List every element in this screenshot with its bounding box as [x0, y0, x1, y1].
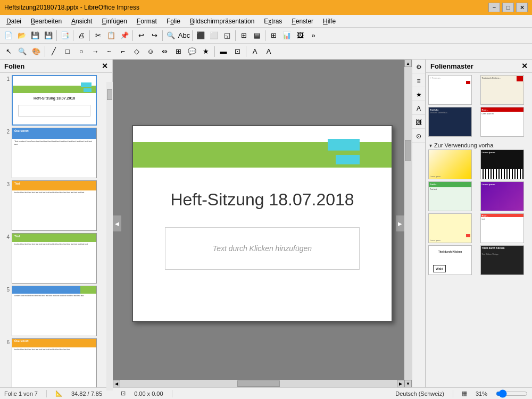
find-tool[interactable]: ⊙	[412, 130, 425, 143]
folienmaster-close[interactable]: ✕	[521, 62, 528, 70]
gallery-tool[interactable]: ★	[412, 88, 425, 101]
menu-datei[interactable]: Datei	[2, 16, 26, 26]
slides-list[interactable]: 1 Heft-Sitzung 18.07.2018 2 Überschrift …	[0, 73, 112, 387]
master-thumb-7[interactable]: Titelb... Text text	[428, 181, 472, 211]
maximize-button[interactable]: □	[502, 3, 514, 12]
master-thumb-8[interactable]: Lorem ipsum	[480, 181, 524, 211]
slide-item-3[interactable]: 3 Titel text text text text text text te…	[2, 180, 110, 231]
spellcheck2-button[interactable]: Abc	[178, 29, 190, 42]
hscroll-right[interactable]: ▶	[397, 380, 404, 387]
text-tool[interactable]: A	[248, 45, 261, 58]
find-button[interactable]: 🔍	[164, 29, 177, 42]
slide-thumb-5[interactable]: content text text text text text text te…	[12, 286, 97, 336]
menu-ansicht[interactable]: Ansicht	[67, 16, 96, 26]
rect-tool[interactable]: □	[61, 45, 74, 58]
canvas-area[interactable]: ▲ ▼ ◀ ▶ ◀ ▶ Heft-Sitz	[113, 60, 412, 387]
slide-item-6[interactable]: 6 Überschrift text text text text text t…	[2, 338, 110, 387]
master-thumb-5[interactable]: Lorem ipsum	[428, 149, 472, 179]
block-arrows-tool[interactable]: ⇔	[158, 45, 171, 58]
slide-item-4[interactable]: 4 Titel text text text text text text te…	[2, 233, 110, 284]
undo-button[interactable]: ↩	[135, 29, 147, 42]
menu-folie[interactable]: Folie	[162, 16, 185, 26]
minimize-button[interactable]: −	[488, 3, 500, 12]
master-thumb-10[interactable]: Repr... text	[480, 213, 524, 243]
hscroll-left[interactable]: ◀	[113, 380, 120, 387]
line-tool[interactable]: ╱	[47, 45, 60, 58]
master-thumb-2[interactable]: Text durch Klicken...	[480, 75, 524, 105]
insert-image-button[interactable]: 🖼	[294, 29, 306, 42]
print-button[interactable]: 🖨	[75, 29, 88, 42]
navigator-tool[interactable]: A	[412, 102, 425, 115]
properties-tool[interactable]: ⚙	[412, 61, 425, 73]
tb-btn-11[interactable]: ▤	[251, 29, 263, 42]
menu-format[interactable]: Format	[132, 16, 161, 26]
masters-list[interactable]: ✏ Form at... Text durch Klicken... Titel…	[426, 73, 532, 387]
slide-thumb-1[interactable]: Heft-Sitzung 18.07.2018	[12, 75, 97, 126]
ellipse-tool[interactable]: ○	[75, 45, 88, 58]
vscroll-down[interactable]: ▼	[404, 380, 412, 387]
slide-item-5[interactable]: 5 content text text text text text text …	[2, 286, 110, 336]
slide-thumb-3[interactable]: Titel text text text text text text text…	[12, 180, 97, 231]
tb-arrange[interactable]: ⊡	[231, 45, 244, 58]
hscroll-thumb[interactable]	[237, 380, 280, 387]
flowchart-tool[interactable]: ⊞	[172, 45, 185, 58]
tb-btn-9[interactable]: ◱	[221, 29, 234, 42]
master-thumb-14[interactable]: Titelb durch Klicken Text Klicken Vorlag…	[480, 245, 524, 275]
copy-button[interactable]: 📋	[105, 29, 118, 42]
select-tool[interactable]: ↖	[2, 45, 15, 58]
window-controls[interactable]: − □ ✕	[488, 3, 528, 12]
new-button[interactable]: 📄	[2, 29, 15, 42]
left-nav-arrow[interactable]: ◀	[113, 215, 121, 231]
arrow-tool[interactable]: →	[89, 45, 102, 58]
slide-item-1[interactable]: 1 Heft-Sitzung 18.07.2018	[2, 75, 110, 126]
menu-bildschirm[interactable]: Bildschirmpräsentation	[186, 16, 259, 26]
close-button[interactable]: ✕	[516, 3, 528, 12]
fill-color-tool[interactable]: 🎨	[30, 45, 43, 58]
zoom-slider[interactable]	[496, 390, 528, 397]
tb-btn-8[interactable]: ⬜	[207, 29, 220, 42]
paste-button[interactable]: 📌	[118, 29, 131, 42]
curve-tool[interactable]: ~	[103, 45, 115, 58]
tb-btn-10[interactable]: ⊞	[237, 29, 250, 42]
vscroll-thumb[interactable]	[405, 140, 411, 161]
fontwork-tool[interactable]: A	[262, 45, 275, 58]
save-as-button[interactable]: 💾	[42, 29, 55, 42]
insert-chart-button[interactable]: 📊	[280, 29, 293, 42]
tb-more-button[interactable]: »	[307, 29, 320, 42]
fill-style-tool[interactable]: ▬	[217, 45, 230, 58]
slide-canvas[interactable]: Heft-Sitzung 18.07.2018 Text durch Klick…	[132, 125, 393, 322]
menu-hilfe[interactable]: Hilfe	[319, 16, 340, 26]
master-thumb-6[interactable]: Lorem Ipsum	[480, 149, 524, 179]
menu-extras[interactable]: Extras	[260, 16, 286, 26]
basic-shapes-tool[interactable]: ◇	[130, 45, 143, 58]
menu-einfuegen[interactable]: Einfügen	[97, 16, 131, 26]
vscroll-up[interactable]: ▲	[404, 60, 412, 67]
spell-check-button[interactable]: ✂	[92, 29, 104, 42]
slide-thumb-4[interactable]: Titel text text text text text text text…	[12, 233, 97, 284]
right-nav-arrow[interactable]: ▶	[396, 215, 404, 231]
redo-button[interactable]: ↪	[148, 29, 161, 42]
slide-thumb-6[interactable]: Überschrift text text text text text tex…	[12, 338, 97, 387]
master-thumb-4[interactable]: Repr... Lorem ipsum text	[480, 107, 524, 137]
slides-panel-close[interactable]: ✕	[102, 62, 108, 70]
save-button[interactable]: 💾	[29, 29, 41, 42]
symbol-shapes-tool[interactable]: ☺	[144, 45, 157, 58]
menu-bearbeiten[interactable]: Bearbeiten	[27, 16, 66, 26]
slide-item-2[interactable]: 2 Überschrift Text content lines here te…	[2, 128, 110, 178]
connectors-tool[interactable]: ⌐	[117, 45, 129, 58]
menu-fenster[interactable]: Fenster	[287, 16, 318, 26]
master-thumb-1[interactable]: ✏ Form at...	[428, 75, 472, 105]
slide-title[interactable]: Heft-Sitzung 18.07.2018	[133, 190, 392, 210]
functions-tool[interactable]: 🖼	[412, 116, 425, 129]
master-thumb-9[interactable]: Lorem ipsum	[428, 213, 472, 243]
tb-btn-7[interactable]: ⬛	[194, 29, 207, 42]
slide-thumb-2[interactable]: Überschrift Text content lines here text…	[12, 128, 97, 178]
insert-table-button[interactable]: ⊞	[267, 29, 280, 42]
stars-tool[interactable]: ★	[200, 45, 212, 58]
master-thumb-13[interactable]: Titel durch Klicken Wald	[428, 245, 472, 275]
slide-subtitle-placeholder[interactable]: Text durch Klicken hinzufügen	[165, 227, 360, 270]
zoom-tool[interactable]: 🔍	[16, 45, 29, 58]
export-pdf-button[interactable]: 📑	[59, 29, 71, 42]
styles-tool[interactable]: ≡	[412, 74, 425, 87]
master-thumb-3[interactable]: Titelfolie Text durch Klicken hinzu...	[428, 107, 472, 137]
